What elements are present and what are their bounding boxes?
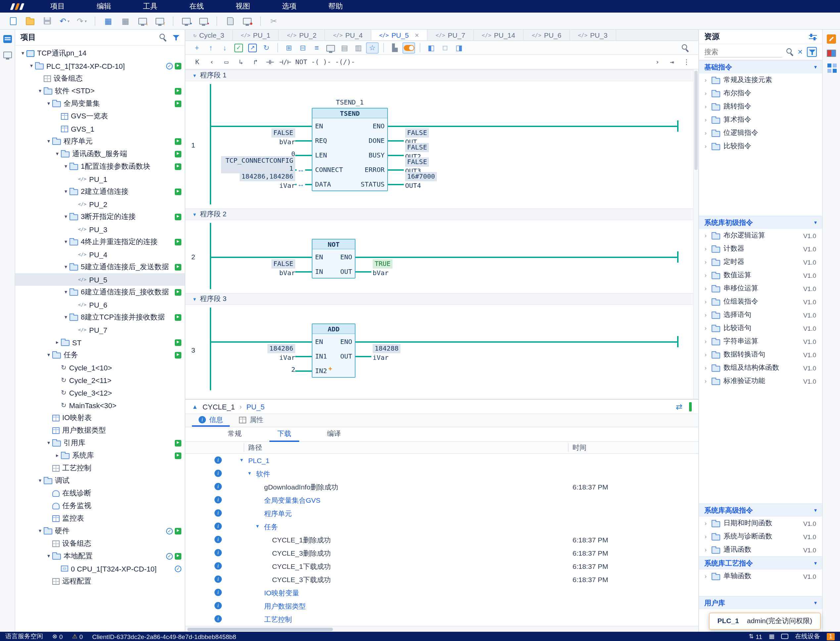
tree-item[interactable]: ▾1配置连接参数函数块 <box>15 160 185 173</box>
tree-item[interactable]: ▾引用库 <box>15 436 185 449</box>
go-to-end-button[interactable]: ⇥ <box>665 56 678 68</box>
tree-item[interactable]: ↻Cycle_1<10> <box>15 361 185 374</box>
resource-section-header[interactable]: 用户库▾ <box>699 596 822 609</box>
editor-tab-pu_4[interactable]: </>PU_4 <box>325 30 371 40</box>
chevron-down-icon[interactable]: ▾ <box>256 523 259 529</box>
layout-grid-icon[interactable] <box>827 63 831 68</box>
tree-item[interactable]: ▾6建立通信连接后_接收数据 <box>15 286 185 298</box>
log-row[interactable]: iIO映射变量 <box>185 586 698 599</box>
log-row[interactable]: i▾软件 <box>185 467 698 480</box>
tree-item[interactable]: 设备组态 <box>15 537 185 550</box>
insert-element-button[interactable]: + <box>191 42 203 53</box>
log-row[interactable]: i全局变量集合GVS <box>185 493 698 507</box>
tree-item[interactable]: ▾2建立通信连接 <box>15 185 185 198</box>
tree-item[interactable]: ▾3断开指定的连接 <box>15 210 185 223</box>
chevron-down-icon[interactable]: ▾ <box>36 528 44 534</box>
menu-item-6[interactable]: 帮助 <box>312 0 359 13</box>
output-operand[interactable]: 184288iVar <box>373 344 401 362</box>
resource-item[interactable]: ›位逻辑指令 <box>699 126 822 140</box>
insert-instruction-icon[interactable]: ✕ <box>797 48 803 56</box>
editor-tab-pu_14[interactable]: </>PU_14 <box>474 30 524 40</box>
resource-item[interactable]: ›选择语句V1.0 <box>699 308 822 322</box>
cut-button[interactable]: ✂ <box>266 14 281 27</box>
editor-tab-pu_2[interactable]: </>PU_2 <box>279 30 325 40</box>
chevron-down-icon[interactable]: ▾ <box>62 188 69 195</box>
list-view-button[interactable]: ≡ <box>310 42 323 53</box>
resource-item[interactable]: ›定时器V1.0 <box>699 255 822 269</box>
tree-item[interactable]: ▾程序单元 <box>15 135 185 148</box>
chevron-down-icon[interactable]: ▾ <box>19 50 26 56</box>
function-block-not[interactable]: NOTENINENOOUT <box>312 239 355 279</box>
warning-count[interactable]: ⚠0 <box>72 633 83 640</box>
coil-button[interactable]: -( )- <box>310 56 332 68</box>
download-to-plc-button[interactable]: ↓ <box>135 14 150 27</box>
tree-item[interactable]: </>PU_7 <box>15 324 185 336</box>
tree-item[interactable]: </>PU_2 <box>15 198 185 210</box>
chevron-down-icon[interactable]: ▾ <box>240 457 243 463</box>
log-row[interactable]: iCYCLE_1下载成功6:18:37 PM <box>185 560 698 573</box>
filter-icon[interactable] <box>173 34 179 41</box>
redo-button[interactable]: ↷▾ <box>74 14 89 27</box>
tree-item[interactable]: ▾4终止并重连指定的连接 <box>15 235 185 248</box>
tree-item[interactable]: </>PU_5 <box>15 273 185 286</box>
prev-element-button[interactable]: ‹ <box>205 56 218 68</box>
tree-item[interactable]: ↻Cycle_3<12> <box>15 387 185 399</box>
tree-item[interactable]: ↻MainTask<30> <box>15 399 185 411</box>
tree-item[interactable]: 工艺控制 <box>15 462 185 474</box>
tree-item[interactable]: ▾硬件✓ <box>15 525 185 537</box>
editor-tab-pu_7[interactable]: </>PU_7 <box>428 30 473 40</box>
chevron-down-icon[interactable]: ▾ <box>62 289 69 295</box>
resource-item[interactable]: ›数组及结构体函数V1.0 <box>699 361 822 374</box>
tree-item[interactable]: 用户数据类型 <box>15 424 185 436</box>
column-path[interactable]: 路径 <box>248 443 262 453</box>
insert-network-button[interactable]: ▭ <box>220 56 233 68</box>
close-tab-icon[interactable]: × <box>415 31 419 39</box>
horizontal-scrollbar[interactable] <box>185 626 698 632</box>
chevron-down-icon[interactable]: ▾ <box>53 151 61 157</box>
check-button[interactable]: ✓ <box>233 42 245 53</box>
chevron-down-icon[interactable]: ▾ <box>62 163 69 169</box>
chevron-right-icon[interactable]: ▸ <box>53 453 61 458</box>
log-row[interactable]: i▾PLC_1 <box>185 454 698 467</box>
grid-view-2-button[interactable]: ▥ <box>352 42 365 53</box>
error-count[interactable]: ⊗0 <box>52 633 63 640</box>
coil-negated-button[interactable]: -(/)- <box>334 56 356 68</box>
tree-item[interactable]: ▸系统库 <box>15 449 185 462</box>
panel-tab-properties[interactable]: 属性 <box>233 414 270 427</box>
subtab-compile[interactable]: 编译 <box>319 427 349 441</box>
log-row[interactable]: i程序单元 <box>185 507 698 520</box>
chevron-down-icon[interactable]: ▾ <box>45 440 52 446</box>
save-button[interactable] <box>40 14 55 27</box>
tree-item[interactable]: </>PU_1 <box>15 173 185 185</box>
collapse-all-button[interactable]: ⊟ <box>297 42 309 53</box>
output-operand[interactable]: 16#7000OUT4 <box>405 172 437 190</box>
chevron-down-icon[interactable]: ▾ <box>36 88 44 94</box>
branch-close-button[interactable]: ↱ <box>249 56 262 68</box>
resource-item[interactable]: ›算术指令 <box>699 113 822 126</box>
chevron-down-icon[interactable]: ▾ <box>45 553 52 559</box>
editor-tab-pu_1[interactable]: </>PU_1 <box>233 30 279 40</box>
chevron-down-icon[interactable]: ▾ <box>248 470 251 476</box>
simulation-button[interactable]: ▪ <box>196 14 211 27</box>
panel-toggle-icon[interactable]: ▦ <box>769 633 774 639</box>
tree-item[interactable]: 远程配置 <box>15 575 185 588</box>
branch-open-button[interactable]: ↳ <box>234 56 247 68</box>
message-icon[interactable] <box>781 634 788 639</box>
device-monitor-icon[interactable] <box>827 50 836 57</box>
chevron-down-icon[interactable]: ▾ <box>62 214 69 220</box>
contact-not-button[interactable]: NOT <box>294 56 309 68</box>
collapse-panel-icon[interactable]: ▲ <box>192 403 198 410</box>
tools-icon[interactable] <box>827 34 836 43</box>
function-block-add[interactable]: ADDENIN1IN2ENOOUT <box>312 324 355 378</box>
resource-item[interactable]: ›布尔指令 <box>699 87 822 100</box>
output-operand[interactable]: TRUEbVar <box>373 259 393 277</box>
panel-tab-info[interactable]: i信息 <box>192 414 230 427</box>
resource-item[interactable]: ›标准验证功能V1.0 <box>699 374 822 388</box>
resource-item[interactable]: ›数据转换语句V1.0 <box>699 348 822 361</box>
new-file-button[interactable] <box>5 14 21 27</box>
tree-item[interactable]: GVS_1 <box>15 122 185 135</box>
insert-network-button[interactable]: ⊞ <box>283 42 295 53</box>
tree-item[interactable]: ▾通讯函数_服务端 <box>15 148 185 160</box>
menu-item-3[interactable]: 在线 <box>173 0 220 13</box>
resource-item[interactable]: ›通讯函数V1.0 <box>699 543 822 556</box>
